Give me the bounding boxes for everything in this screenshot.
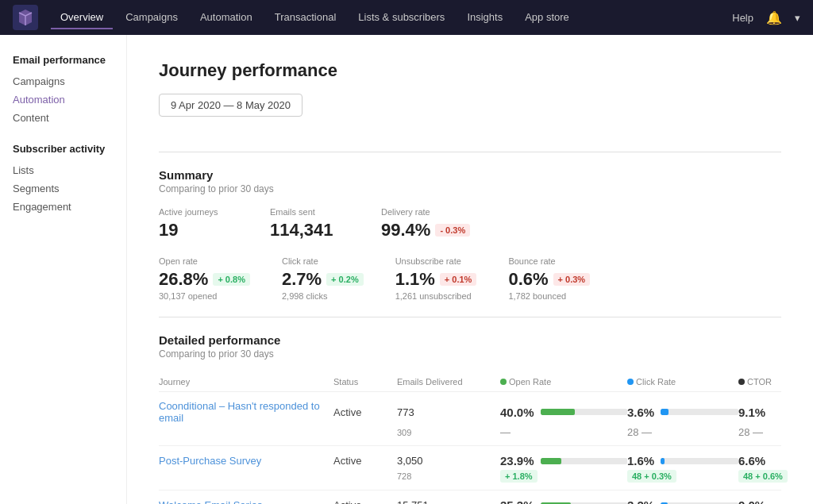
table-row-1-sub: 309 — 28 — 28 — [159, 425, 781, 439]
nav-app-store[interactable]: App store [515, 6, 579, 29]
journey-1-ctor: 9.1% [738, 406, 813, 419]
nav-campaigns[interactable]: Campaigns [116, 6, 187, 29]
metric-bounce-rate-label: Bounce rate [508, 256, 590, 266]
account-menu[interactable]: ▾ [795, 12, 800, 24]
app-logo[interactable] [13, 5, 38, 30]
metric-bounce-rate: Bounce rate 0.6% + 0.3% 1,782 bounced [508, 256, 590, 301]
col-header-open-rate: Open Rate [500, 377, 627, 387]
col-header-click-rate: Click Rate [627, 377, 738, 387]
metric-click-rate-value: 2.7% + 0.2% [282, 269, 364, 290]
journey-3-open-rate: 35.3% [500, 498, 627, 504]
sidebar-item-lists[interactable]: Lists [13, 161, 114, 179]
metric-open-rate-label: Open rate [159, 256, 250, 266]
journey-2-open-sub: + 1.8% [500, 470, 627, 483]
journey-3-delivered: 15,751 [397, 499, 500, 504]
divider-1 [159, 152, 781, 152]
nav-items: Overview Campaigns Automation Transactio… [51, 6, 732, 29]
sidebar-item-segments[interactable]: Segments [13, 179, 114, 198]
sidebar-group-email-performance: Email performance Campaigns Automation C… [13, 54, 114, 127]
journey-2-ctor-sub: 48 + 0.6% [738, 470, 813, 483]
journey-1-open-rate: 40.0% [500, 406, 627, 419]
nav-transactional[interactable]: Transactional [265, 6, 346, 29]
journey-2-click-badge: 48 + 0.3% [627, 470, 676, 483]
metric-open-rate-sub: 30,137 opened [159, 291, 250, 301]
journey-3-ctor: 9.0% [738, 498, 813, 504]
metric-unsubscribe-rate-sub: 1,261 unsubscribed [395, 291, 477, 301]
journey-2-ctor: 6.6% [738, 454, 813, 467]
journey-2-status: Active [333, 455, 397, 467]
summary-subtitle: Comparing to prior 30 days [159, 183, 781, 194]
click-rate-dot [627, 379, 634, 385]
open-rate-bar-fill-2 [541, 458, 561, 464]
open-rate-bar-2 [541, 458, 627, 464]
metric-emails-sent-value: 114,341 [270, 220, 349, 240]
sidebar-item-engagement[interactable]: Engagement [13, 198, 114, 216]
date-range-button[interactable]: 9 Apr 2020 — 8 May 2020 [159, 94, 302, 117]
sidebar: Email performance Campaigns Automation C… [0, 35, 127, 504]
table-row-2: Post-Purchase Survey Active 3,050 23.9% [159, 446, 781, 491]
metric-unsubscribe-rate-value: 1.1% + 0.1% [395, 269, 477, 290]
journey-2-click-sub: 48 + 0.3% [627, 470, 738, 483]
sidebar-item-campaigns[interactable]: Campaigns [13, 72, 114, 90]
journey-2-delivered: 3,050 [397, 455, 500, 467]
journey-1-link[interactable]: Coonditional – Hasn't responded to email [159, 400, 320, 424]
app-body: Email performance Campaigns Automation C… [0, 35, 813, 504]
detailed-performance-section: Detailed performance Comparing to prior … [159, 333, 781, 504]
click-rate-bar-2 [661, 458, 738, 464]
table-row-1-main: Coonditional – Hasn't responded to email… [159, 398, 781, 425]
notifications-bell-icon[interactable]: 🔔 [766, 10, 782, 25]
bounce-rate-badge: + 0.3% [553, 273, 591, 286]
journey-3-status: Active [333, 499, 397, 504]
help-link[interactable]: Help [732, 12, 753, 24]
click-rate-bar-fill-1 [661, 409, 669, 415]
journey-2-name: Post-Purchase Survey [159, 455, 333, 467]
journey-3-name: Welcome Email Series [159, 499, 333, 504]
journey-2-link[interactable]: Post-Purchase Survey [159, 455, 261, 467]
journey-3-click-rate: 3.2% [627, 498, 738, 504]
metric-delivery-rate: Delivery rate 99.4% - 0.3% [381, 207, 470, 240]
nav-automation[interactable]: Automation [191, 6, 262, 29]
nav-right: Help 🔔 ▾ [732, 10, 800, 25]
metric-delivery-rate-value: 99.4% - 0.3% [381, 220, 470, 240]
journey-1-ctor-sub: 28 — [738, 426, 813, 438]
open-rate-badge: + 0.8% [213, 273, 250, 286]
nav-overview[interactable]: Overview [51, 6, 113, 29]
main-content: Journey performance 9 Apr 2020 — 8 May 2… [127, 35, 813, 504]
detailed-title: Detailed performance [159, 333, 781, 347]
journey-2-delivered-sub: 728 [397, 471, 500, 481]
sidebar-title-subscriber-activity: Subscriber activity [13, 143, 114, 155]
open-rate-bar-fill-1 [541, 409, 576, 415]
metric-bounce-rate-sub: 1,782 bounced [508, 291, 590, 301]
metric-open-rate-value: 26.8% + 0.8% [159, 269, 250, 290]
detailed-subtitle: Comparing to prior 30 days [159, 348, 781, 360]
table-header: Journey Status Emails Delivered Open Rat… [159, 372, 781, 392]
metric-open-rate: Open rate 26.8% + 0.8% 30,137 opened [159, 256, 250, 301]
summary-title: Summary [159, 168, 781, 182]
journey-2-click-rate: 1.6% [627, 454, 738, 467]
metric-click-rate-label: Click rate [282, 256, 364, 266]
metric-click-rate-sub: 2,998 clicks [282, 291, 364, 301]
sidebar-group-subscriber-activity: Subscriber activity Lists Segments Engag… [13, 143, 114, 216]
sidebar-item-automation[interactable]: Automation [13, 90, 114, 109]
journey-1-click-sub: 28 — [627, 426, 738, 438]
sidebar-item-content[interactable]: Content [13, 109, 114, 127]
journey-1-delivered-sub: 309 [397, 428, 500, 437]
col-header-status: Status [333, 377, 397, 387]
journey-1-name: Coonditional – Hasn't responded to email [159, 400, 333, 424]
journey-1-click-rate: 3.6% [627, 406, 738, 419]
nav-lists-subscribers[interactable]: Lists & subscribers [349, 6, 454, 29]
delivery-rate-badge: - 0.3% [435, 224, 470, 237]
sidebar-title-email-performance: Email performance [13, 54, 114, 66]
click-rate-bar-1 [661, 409, 738, 415]
nav-insights[interactable]: Insights [457, 6, 512, 29]
journey-1-status: Active [333, 406, 397, 418]
metric-delivery-rate-label: Delivery rate [381, 207, 470, 217]
journey-2-open-badge: + 1.8% [500, 470, 538, 483]
table-row-2-main: Post-Purchase Survey Active 3,050 23.9% [159, 452, 781, 469]
open-rate-dot [500, 379, 507, 385]
journey-2-ctor-badge: 48 + 0.6% [738, 470, 788, 483]
click-rate-bar-fill-2 [661, 458, 665, 464]
journey-3-link[interactable]: Welcome Email Series [159, 499, 263, 504]
table-row-3: Welcome Email Series Active 15,751 35.3% [159, 491, 781, 504]
metric-bounce-rate-value: 0.6% + 0.3% [508, 269, 590, 290]
